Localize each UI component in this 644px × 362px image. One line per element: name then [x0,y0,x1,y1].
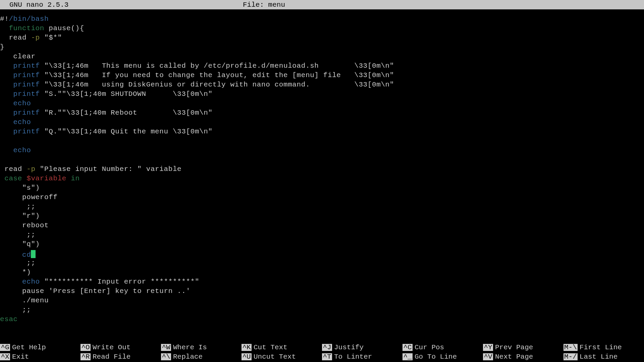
file-name: File: menu [243,1,643,8]
shortcut-label: Uncut Text [254,353,296,360]
code-line[interactable]: poweroff [0,194,644,203]
shortcut-justify[interactable]: ^JJustify [322,344,402,351]
shortcut-key: ^X [0,353,10,360]
editor-area[interactable]: #!/bin/bash function pause(){ read -p "$… [0,9,644,325]
code-line[interactable]: echo [0,119,644,128]
shortcut-prev-page[interactable]: ^YPrev Page [483,344,564,351]
shortcut-cut-text[interactable]: ^KCut Text [241,344,322,351]
code-line[interactable]: ;; [0,259,644,269]
code-line[interactable]: printf "\33[1;46m This menu is called by… [0,62,644,72]
shortcut-key: ^C [402,344,413,351]
shortcut-label: Replace [173,353,203,360]
code-line[interactable]: read -p "$*" [0,34,644,44]
shortcut-label: To Linter [334,353,372,360]
shortcut-label: Next Page [495,353,533,360]
shortcut-go-to-line[interactable]: ^_Go To Line [402,353,483,360]
shortcut-label: Exit [12,353,29,360]
code-line[interactable]: printf "Q.""\33[1;40m Quit the menu \33[… [0,128,644,137]
shortcut-key: ^_ [402,353,413,360]
code-line[interactable]: pause 'Press [Enter] key to return ..' [0,288,644,297]
shortcut-key: ^O [80,344,91,351]
code-line[interactable]: case $variable in [0,175,644,184]
code-line[interactable]: ;; [0,231,644,241]
shortcut-key: ^K [241,344,252,351]
shortcut-bar: ^GGet Help^OWrite Out^WWhere Is^KCut Tex… [0,343,644,362]
shortcut-uncut-text[interactable]: ^UUncut Text [241,353,322,360]
code-line[interactable] [0,156,644,166]
cursor [31,250,36,258]
app-name: GNU nano 2.5.3 [1,1,243,8]
shortcut-get-help[interactable]: ^GGet Help [0,344,80,351]
code-line[interactable]: echo "********** Input error **********" [0,278,644,288]
code-line[interactable]: "r") [0,213,644,222]
code-line[interactable]: echo [0,147,644,156]
shortcut-key: ^J [322,344,332,351]
shortcut-last-line[interactable]: M-/Last Line [564,353,644,360]
shortcut-label: Read File [93,353,130,360]
code-line[interactable]: } [0,44,644,53]
shortcut-label: First Line [580,344,622,351]
shortcut-exit[interactable]: ^XExit [0,353,80,360]
shortcut-cur-pos[interactable]: ^CCur Pos [402,344,483,351]
shortcut-where-is[interactable]: ^WWhere Is [161,344,241,351]
shortcut-label: Last Line [580,353,618,360]
code-line[interactable]: printf "\33[1;46m If you need to change … [0,72,644,81]
code-line[interactable]: read -p "Please input Number: " variable [0,166,644,175]
shortcut-replace[interactable]: ^\Replace [161,353,241,360]
code-line[interactable]: printf "S.""\33[1;40m SHUTDOWN \33[0m\n" [0,90,644,100]
code-line[interactable]: *) [0,269,644,278]
code-line[interactable]: ;; [0,306,644,316]
code-line[interactable] [0,137,644,147]
shortcut-label: Where Is [173,344,207,351]
shortcut-key: ^T [322,353,332,360]
shortcut-label: Write Out [93,344,130,351]
shortcut-key: ^U [241,353,252,360]
shortcut-label: Cur Pos [415,344,444,351]
shortcut-key: ^\ [161,353,171,360]
shortcut-key: M-/ [564,353,578,360]
code-line[interactable]: "q") [0,241,644,250]
code-line[interactable]: echo [0,100,644,109]
code-line[interactable]: clear [0,53,644,62]
shortcut-label: Go To Line [415,353,457,360]
shortcut-label: Cut Text [254,344,287,351]
code-line[interactable]: printf "R.""\33[1;40m Reboot \33[0m\n" [0,109,644,119]
code-line[interactable]: reboot [0,222,644,231]
code-line[interactable]: function pause(){ [0,25,644,34]
shortcut-to-linter[interactable]: ^TTo Linter [322,353,402,360]
shortcut-key: ^Y [483,344,493,351]
shortcut-first-line[interactable]: M-\First Line [564,344,644,351]
code-line[interactable]: esac [0,316,644,325]
code-line[interactable]: "s") [0,184,644,194]
shortcut-label: Prev Page [495,344,533,351]
shortcut-key: M-\ [564,344,578,351]
shortcut-key: ^R [80,353,91,360]
shortcut-key: ^V [483,353,493,360]
shortcut-write-out[interactable]: ^OWrite Out [80,344,161,351]
shortcut-next-page[interactable]: ^VNext Page [483,353,564,360]
code-line[interactable]: ./menu [0,297,644,306]
shortcut-label: Get Help [12,344,46,351]
code-line[interactable]: cd [0,250,644,259]
shortcut-key: ^W [161,344,171,351]
code-line[interactable]: printf "\33[1;46m using DiskGenius or di… [0,81,644,90]
code-line[interactable]: #!/bin/bash [0,15,644,25]
shortcut-label: Justify [334,344,364,351]
shortcut-read-file[interactable]: ^RRead File [80,353,161,360]
code-line[interactable]: ;; [0,203,644,213]
shortcut-key: ^G [0,344,10,351]
title-bar: GNU nano 2.5.3 File: menu [0,0,644,9]
